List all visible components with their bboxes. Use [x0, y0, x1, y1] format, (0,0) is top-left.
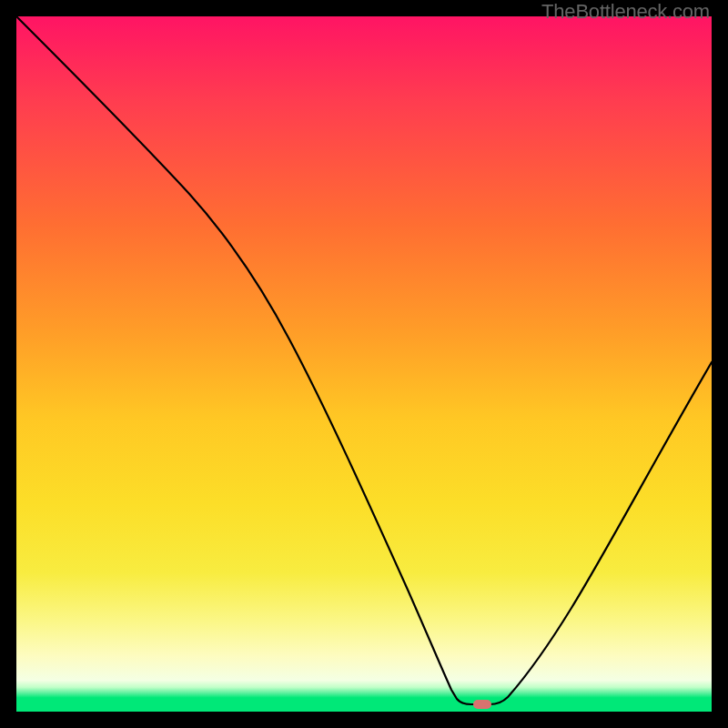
minimum-marker [473, 700, 491, 709]
chart-frame: TheBottleneck.com [0, 0, 728, 728]
watermark-text: TheBottleneck.com [541, 0, 710, 24]
plot-area [16, 16, 712, 712]
bottleneck-curve [16, 16, 712, 704]
curve-layer [16, 16, 712, 712]
